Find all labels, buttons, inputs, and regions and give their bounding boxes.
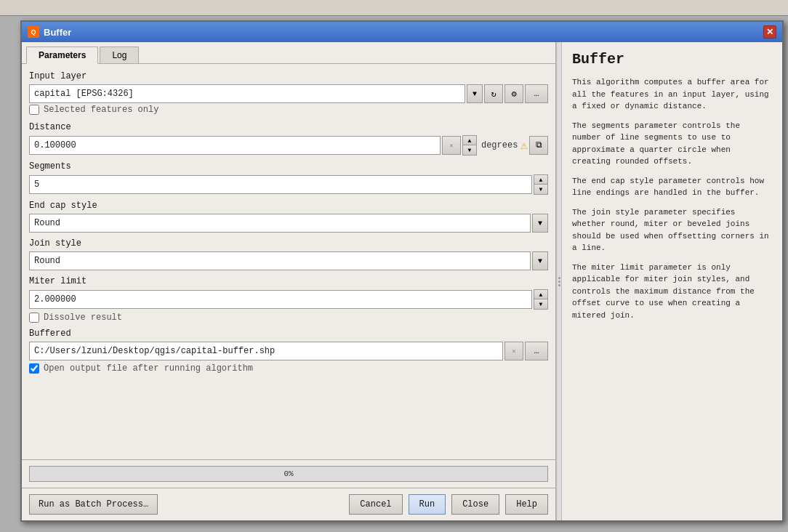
distance-input[interactable]	[29, 136, 441, 155]
dialog-icon: Q	[28, 26, 39, 38]
distance-warning-icon: ⚠	[520, 138, 528, 153]
help-title: Buffer	[572, 51, 772, 68]
segments-row: ▲ ▼	[29, 174, 548, 195]
distance-spinners: ▲ ▼	[462, 135, 477, 156]
join-style-dropdown-arrow[interactable]: ▼	[532, 251, 548, 270]
help-para-5: The miter limit parameter is only applic…	[572, 262, 772, 322]
selected-features-checkbox[interactable]	[29, 105, 39, 115]
dialog-content: Parameters Log Input layer ▼ ↻ ⚙ …	[22, 42, 782, 520]
left-panel: Parameters Log Input layer ▼ ↻ ⚙ …	[22, 42, 556, 520]
close-button[interactable]: ✕	[763, 25, 776, 39]
segments-input[interactable]	[29, 175, 532, 194]
tab-parameters[interactable]: Parameters	[26, 47, 98, 64]
buffered-more-button[interactable]: …	[525, 342, 548, 360]
tab-log[interactable]: Log	[100, 47, 139, 63]
dialog-title: Buffer	[44, 27, 71, 38]
taskbar	[0, 0, 788, 16]
run-button[interactable]: Run	[409, 494, 446, 515]
distance-copy-button[interactable]: ⧉	[529, 136, 548, 155]
progress-label: 0%	[284, 469, 293, 478]
dissolve-label: Dissolve result	[44, 313, 122, 323]
miter-limit-input[interactable]	[29, 290, 532, 309]
dissolve-row: Dissolve result	[29, 313, 548, 323]
selected-features-label: Selected features only	[44, 105, 158, 115]
input-layer-label: Input layer	[29, 71, 548, 81]
help-para-4: The join style parameter specifies wheth…	[572, 206, 772, 254]
panel-divider[interactable]	[556, 42, 562, 520]
input-layer-input[interactable]	[29, 84, 465, 103]
join-style-input[interactable]	[29, 251, 531, 270]
bottom-buttons: Run as Batch Process… Cancel Run Close H…	[22, 488, 555, 520]
progress-area: 0%	[22, 459, 555, 488]
batch-process-button[interactable]: Run as Batch Process…	[29, 494, 158, 515]
selected-features-row: Selected features only	[29, 103, 548, 116]
end-cap-style-input[interactable]	[29, 214, 531, 233]
close-button[interactable]: Close	[451, 494, 499, 515]
settings-layer-button[interactable]: ⚙	[504, 84, 523, 103]
distance-label: Distance	[29, 122, 548, 132]
buffered-input[interactable]	[29, 342, 503, 360]
divider-dots	[558, 277, 560, 286]
join-style-label: Join style	[29, 238, 548, 249]
refresh-layer-button[interactable]: ↻	[484, 84, 503, 103]
distance-spin-up[interactable]: ▲	[463, 136, 476, 145]
segments-label: Segments	[29, 161, 548, 172]
miter-limit-spinners: ▲ ▼	[534, 289, 548, 310]
help-para-3: The end cap style parameter controls how…	[572, 175, 772, 199]
miter-limit-spin-down[interactable]: ▼	[534, 299, 547, 309]
miter-limit-label: Miter limit	[29, 276, 548, 286]
more-layer-button[interactable]: …	[525, 84, 548, 103]
input-layer-row: ▼ ↻ ⚙ …	[29, 84, 548, 103]
progress-bar-container: 0%	[29, 466, 548, 482]
segments-spin-down[interactable]: ▼	[534, 185, 547, 194]
help-button[interactable]: Help	[505, 494, 548, 515]
segments-spin-up[interactable]: ▲	[534, 175, 547, 185]
distance-unit-label: degrees	[481, 140, 518, 150]
miter-limit-spin-up[interactable]: ▲	[534, 290, 547, 299]
end-cap-style-dropdown-arrow[interactable]: ▼	[532, 214, 548, 233]
dialog-titlebar: Q Buffer ✕	[22, 22, 782, 42]
distance-row: ✕ ▲ ▼ degrees ⚠ ⧉	[29, 135, 548, 156]
tabs: Parameters Log	[22, 42, 555, 64]
open-output-checkbox[interactable]	[29, 363, 39, 374]
segments-spinners: ▲ ▼	[534, 174, 548, 195]
miter-limit-row: ▲ ▼	[29, 289, 548, 310]
distance-clear-button[interactable]: ✕	[442, 136, 461, 155]
panel-content: Input layer ▼ ↻ ⚙ … Selected features on…	[22, 64, 555, 459]
help-para-1: This algorithm computes a buffer area fo…	[572, 76, 772, 113]
end-cap-style-row: ▼	[29, 214, 548, 233]
buffered-label: Buffered	[29, 329, 548, 339]
input-layer-dropdown-arrow[interactable]: ▼	[467, 84, 483, 103]
right-panel: Buffer This algorithm computes a buffer …	[562, 42, 782, 520]
distance-spin-down[interactable]: ▼	[463, 145, 476, 155]
open-output-row: Open output file after running algorithm	[29, 363, 548, 374]
help-para-2: The segments parameter controls the numb…	[572, 120, 772, 168]
buffered-clear-button[interactable]: ✕	[504, 342, 523, 360]
cancel-button[interactable]: Cancel	[349, 494, 402, 515]
end-cap-style-label: End cap style	[29, 201, 548, 211]
open-output-label: Open output file after running algorithm	[44, 363, 253, 374]
buffer-dialog: Q Buffer ✕ Parameters Log Input layer ▼	[20, 20, 784, 522]
dialog-body: Parameters Log Input layer ▼ ↻ ⚙ …	[22, 42, 782, 520]
buffered-row: ✕ …	[29, 342, 548, 360]
dissolve-checkbox[interactable]	[29, 313, 39, 323]
join-style-row: ▼	[29, 251, 548, 270]
